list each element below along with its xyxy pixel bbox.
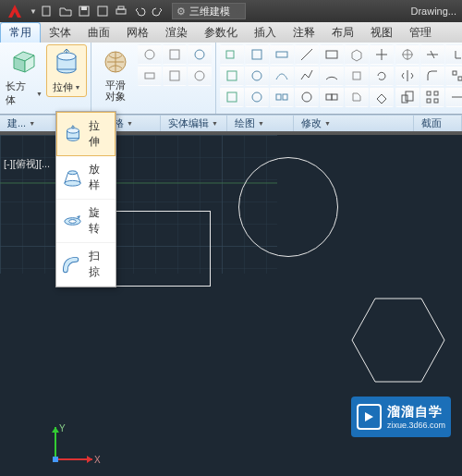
svg-rect-25 bbox=[276, 94, 281, 100]
app-menu-dropdown[interactable]: ▼ bbox=[30, 7, 39, 16]
tool-a2[interactable] bbox=[245, 44, 269, 65]
shape-circle[interactable] bbox=[238, 157, 338, 257]
mod-fillet[interactable] bbox=[420, 66, 444, 86]
new-icon[interactable] bbox=[39, 3, 55, 19]
tool-c2[interactable] bbox=[245, 87, 269, 107]
menu-item-label: 拉伸 bbox=[89, 118, 109, 150]
undo-icon[interactable] bbox=[131, 3, 148, 19]
mesh-tool-6[interactable] bbox=[188, 66, 212, 86]
tool-a3[interactable] bbox=[270, 44, 294, 65]
shape-hexagon[interactable] bbox=[347, 294, 449, 386]
box-label: 长方体 bbox=[6, 79, 34, 107]
mod-13[interactable] bbox=[445, 87, 462, 107]
svg-rect-3 bbox=[98, 6, 107, 16]
shape-rectangle[interactable] bbox=[100, 211, 211, 287]
redo-icon[interactable] bbox=[150, 3, 166, 19]
mesh-tool-4[interactable] bbox=[138, 66, 162, 86]
tool-offset[interactable] bbox=[320, 87, 344, 107]
panel-title-section[interactable]: 截面 bbox=[414, 116, 462, 131]
open-icon[interactable] bbox=[57, 3, 74, 19]
tab-insert[interactable]: 插入 bbox=[246, 22, 285, 43]
play-icon bbox=[357, 404, 382, 430]
svg-rect-14 bbox=[170, 71, 179, 80]
tool-rotate[interactable] bbox=[370, 66, 394, 86]
svg-rect-32 bbox=[453, 71, 456, 75]
title-bar: ▼ ⚙ 三维建模 ▼ Drawing... bbox=[0, 0, 462, 22]
tab-common[interactable]: 常用 bbox=[0, 22, 41, 43]
mesh-tool-2[interactable] bbox=[163, 44, 187, 65]
tab-surface[interactable]: 曲面 bbox=[79, 22, 118, 43]
svg-point-15 bbox=[195, 71, 204, 80]
tool-b2[interactable] bbox=[245, 66, 269, 86]
tool-rect[interactable] bbox=[320, 44, 344, 65]
mesh-tool-3[interactable] bbox=[188, 44, 212, 65]
tool-polyline[interactable] bbox=[295, 66, 319, 86]
svg-rect-29 bbox=[332, 94, 337, 100]
tool-arc[interactable] bbox=[320, 66, 344, 86]
mod-mirror[interactable] bbox=[395, 66, 419, 86]
svg-rect-36 bbox=[402, 95, 407, 103]
watermark-title: 溜溜自学 bbox=[387, 404, 445, 421]
saveas-icon[interactable] bbox=[94, 3, 111, 19]
box-button[interactable]: 长方体▼ bbox=[4, 44, 44, 109]
tool-cube[interactable] bbox=[345, 44, 369, 65]
mesh-tool-5[interactable] bbox=[163, 66, 187, 86]
svg-rect-0 bbox=[43, 6, 50, 16]
tab-mesh[interactable]: 网格 bbox=[118, 22, 157, 43]
svg-point-61 bbox=[65, 180, 80, 186]
tab-layout[interactable]: 布局 bbox=[323, 22, 362, 43]
extrude-button[interactable]: 拉伸▼ bbox=[46, 44, 87, 97]
tool-b6[interactable] bbox=[345, 66, 369, 86]
tool-erase[interactable] bbox=[370, 87, 394, 107]
tab-render[interactable]: 渲染 bbox=[157, 22, 196, 43]
tool-line[interactable] bbox=[295, 44, 319, 65]
menu-item-loft[interactable]: 放样 bbox=[56, 156, 116, 200]
mod-3[interactable] bbox=[445, 44, 462, 65]
svg-rect-16 bbox=[226, 51, 234, 58]
tool-c6[interactable] bbox=[345, 87, 369, 107]
svg-rect-39 bbox=[434, 92, 438, 95]
extrude-label: 拉伸 bbox=[53, 80, 73, 94]
ucs-axis-icon: X Y bbox=[46, 422, 102, 469]
tool-c3[interactable] bbox=[270, 87, 294, 107]
workspace-combo[interactable]: ⚙ 三维建模 ▼ bbox=[172, 3, 246, 19]
panel-title-draw[interactable]: 绘图▼ bbox=[227, 116, 294, 131]
menu-item-sweep[interactable]: 扫掠 bbox=[56, 243, 116, 287]
svg-point-60 bbox=[68, 170, 78, 174]
tab-solid[interactable]: 实体 bbox=[41, 22, 79, 43]
watermark: 溜溜自学 zixue.3d66.com bbox=[351, 397, 451, 437]
menu-item-extrude[interactable]: 拉伸 bbox=[56, 112, 116, 156]
svg-point-63 bbox=[69, 219, 77, 223]
smooth-icon bbox=[100, 46, 131, 78]
panel-title-modify[interactable]: 修改▼ bbox=[294, 116, 414, 131]
mod-1[interactable] bbox=[395, 44, 419, 65]
mod-array[interactable] bbox=[420, 87, 444, 107]
svg-point-10 bbox=[145, 50, 154, 59]
tool-b1[interactable] bbox=[220, 66, 244, 86]
tab-parametric[interactable]: 参数化 bbox=[196, 22, 246, 43]
tool-circle[interactable] bbox=[295, 87, 319, 107]
mod-scale[interactable] bbox=[395, 87, 419, 107]
ribbon-panel-model: 长方体▼ 拉伸▼ bbox=[0, 43, 91, 114]
tab-annotate[interactable]: 注释 bbox=[285, 22, 323, 43]
mod-trim[interactable] bbox=[420, 44, 444, 65]
loft-icon bbox=[62, 166, 83, 189]
save-icon[interactable] bbox=[76, 3, 92, 19]
tool-a1[interactable] bbox=[220, 44, 244, 65]
extrude-icon bbox=[63, 123, 83, 145]
panel-title-solid-edit[interactable]: 实体编辑▼ bbox=[161, 116, 227, 131]
revolve-icon bbox=[62, 210, 83, 232]
svg-rect-28 bbox=[326, 94, 332, 100]
app-logo[interactable] bbox=[2, 1, 28, 21]
mod-8[interactable] bbox=[445, 66, 462, 86]
smooth-button[interactable]: 平滑 对象 bbox=[95, 44, 136, 104]
print-icon[interactable] bbox=[113, 3, 129, 19]
viewport-label[interactable]: [-][俯视][... bbox=[4, 157, 50, 171]
tool-move[interactable] bbox=[370, 44, 394, 65]
menu-item-revolve[interactable]: 旋转 bbox=[56, 200, 116, 243]
tool-b3[interactable] bbox=[270, 66, 294, 86]
mesh-tool-1[interactable] bbox=[138, 44, 162, 65]
tab-view[interactable]: 视图 bbox=[362, 22, 401, 43]
tab-manage[interactable]: 管理 bbox=[401, 22, 440, 43]
tool-c1[interactable] bbox=[220, 87, 244, 107]
